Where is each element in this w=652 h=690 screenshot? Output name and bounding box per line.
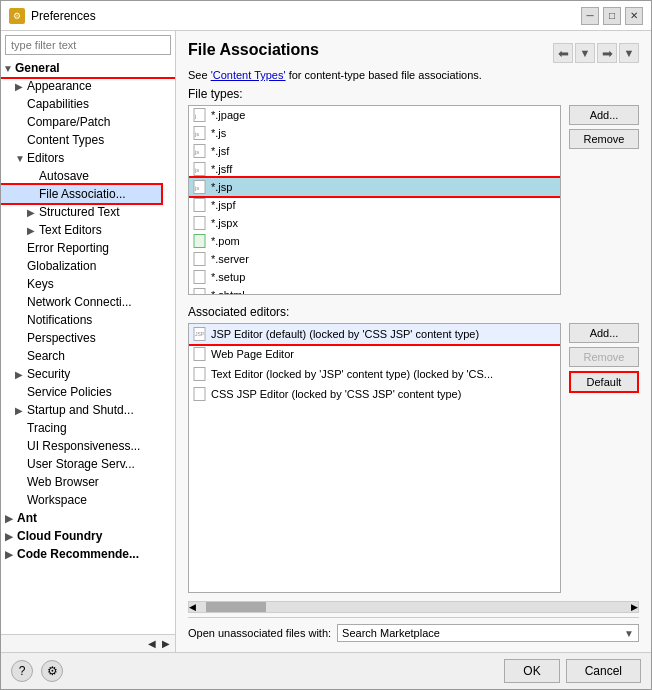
cancel-button[interactable]: Cancel [566,659,641,683]
tree-nav-left[interactable]: ◀ [145,637,159,650]
tree-item-compare-patch[interactable]: Compare/Patch [1,113,175,131]
tree-item-security[interactable]: ▶ Security [1,365,175,383]
tree-item-user-storage[interactable]: User Storage Serv... [1,455,175,473]
expand-icon-tracing [15,423,27,434]
open-unassoc-combo[interactable]: Search Marketplace ▼ [337,624,639,642]
file-types-list[interactable]: j *.jpage js *.js js *.jsf js *.jsff [188,105,561,295]
tree-label-startup: Startup and Shutd... [27,403,134,417]
list-item-pom[interactable]: *.pom [189,232,560,250]
tree-item-ant[interactable]: ▶ Ant [1,509,175,527]
list-item-jpage[interactable]: j *.jpage [189,106,560,124]
tree-item-notifications[interactable]: Notifications [1,311,175,329]
svg-rect-19 [194,368,205,381]
combo-arrow-icon: ▼ [624,628,634,639]
tree-item-appearance[interactable]: ▶ Appearance [1,77,175,95]
svg-rect-18 [194,348,205,361]
tree-item-keys[interactable]: Keys [1,275,175,293]
list-item-jsp[interactable]: js *.jsp [189,178,560,196]
nav-dropdown-btn[interactable]: ▼ [575,43,595,63]
nav-dropdown2-btn[interactable]: ▼ [619,43,639,63]
help-button[interactable]: ? [11,660,33,682]
list-item-shtml[interactable]: *.shtml [189,286,560,295]
minimize-button[interactable]: ─ [581,7,599,25]
tree-item-network-connections[interactable]: Network Connecti... [1,293,175,311]
maximize-button[interactable]: □ [603,7,621,25]
file-types-add-btn[interactable]: Add... [569,105,639,125]
editors-btn-group: Add... Remove Default [569,323,639,593]
settings-button[interactable]: ⚙ [41,660,63,682]
tree-item-error-reporting[interactable]: Error Reporting [1,239,175,257]
editor-icon-jsp: JSP [193,327,207,341]
assoc-editors-row: JSP JSP Editor (default) (locked by 'CSS… [188,323,639,593]
tree-item-web-browser[interactable]: Web Browser [1,473,175,491]
intro-text: See 'Content Types' for content-type bas… [188,69,639,81]
tree-item-search[interactable]: Search [1,347,175,365]
tree-item-capabilities[interactable]: Capabilities [1,95,175,113]
svg-rect-11 [194,217,205,230]
content-types-link[interactable]: 'Content Types' [211,69,286,81]
editors-default-btn[interactable]: Default [569,371,639,393]
tree-label-globalization: Globalization [27,259,96,273]
expand-icon-keys [15,279,27,290]
expand-icon-capabilities [15,99,27,110]
list-item-js[interactable]: js *.js [189,124,560,142]
tree-item-general[interactable]: ▼ General [1,59,175,77]
expand-icon-service-policies [15,387,27,398]
tree-item-globalization[interactable]: Globalization [1,257,175,275]
nav-back-btn[interactable]: ⬅ [553,43,573,63]
tree-nav-right[interactable]: ▶ [159,637,173,650]
editor-item-jsp-editor[interactable]: JSP JSP Editor (default) (locked by 'CSS… [189,324,560,344]
filter-input[interactable] [5,35,171,55]
tree-item-perspectives[interactable]: Perspectives [1,329,175,347]
editor-item-css-jsp[interactable]: CSS JSP Editor (locked by 'CSS JSP' cont… [189,384,560,404]
scroll-right-btn[interactable]: ▶ [631,602,638,612]
list-item-jsff[interactable]: js *.jsff [189,160,560,178]
tree-label-autosave: Autosave [39,169,89,183]
tree-label-perspectives: Perspectives [27,331,96,345]
close-button[interactable]: ✕ [625,7,643,25]
expand-icon-cloud-foundry: ▶ [5,531,17,542]
editors-add-btn[interactable]: Add... [569,323,639,343]
editors-list[interactable]: JSP JSP Editor (default) (locked by 'CSS… [188,323,561,593]
svg-text:js: js [194,131,199,137]
window-icon: ⚙ [9,8,25,24]
file-icon-jsp: js [193,180,207,194]
expand-icon-editors: ▼ [15,153,27,164]
tree-item-ui-responsiveness[interactable]: UI Responsiveness... [1,437,175,455]
tree-label-general: General [15,61,60,75]
nav-forward-btn[interactable]: ➡ [597,43,617,63]
tree-item-structured-text[interactable]: ▶ Structured Text [1,203,175,221]
horiz-scrollbar[interactable]: ◀ ▶ [188,601,639,613]
left-panel: ▼ General ▶ Appearance Capabilities Comp… [1,31,176,652]
list-item-jspf[interactable]: *.jspf [189,196,560,214]
tree-item-cloud-foundry[interactable]: ▶ Cloud Foundry [1,527,175,545]
ok-button[interactable]: OK [504,659,559,683]
file-types-remove-btn[interactable]: Remove [569,129,639,149]
list-item-jspx[interactable]: *.jspx [189,214,560,232]
right-panel: File Associations ⬅ ▼ ➡ ▼ See 'Content T… [176,31,651,652]
content-area: ▼ General ▶ Appearance Capabilities Comp… [1,31,651,652]
tree-item-service-policies[interactable]: Service Policies [1,383,175,401]
tree-item-startup-shutdown[interactable]: ▶ Startup and Shutd... [1,401,175,419]
tree-item-content-types[interactable]: Content Types [1,131,175,149]
tree-item-code-recommender[interactable]: ▶ Code Recommende... [1,545,175,563]
scroll-left-btn[interactable]: ◀ [189,602,196,612]
tree-label-cloud-foundry: Cloud Foundry [17,529,102,543]
editor-item-text-editor[interactable]: Text Editor (locked by 'JSP' content typ… [189,364,560,384]
tree-item-autosave[interactable]: Autosave [1,167,175,185]
expand-icon-code-recommender: ▶ [5,549,17,560]
tree-item-editors[interactable]: ▼ Editors [1,149,175,167]
editor-item-web-page[interactable]: Web Page Editor [189,344,560,364]
editors-remove-btn[interactable]: Remove [569,347,639,367]
tree-item-file-associations[interactable]: File Associatio... [1,185,161,203]
tree-item-text-editors[interactable]: ▶ Text Editors [1,221,175,239]
expand-icon-ant: ▶ [5,513,17,524]
list-item-jsf[interactable]: js *.jsf [189,142,560,160]
file-icon-jspf [193,198,207,212]
tree-item-workspace[interactable]: Workspace [1,491,175,509]
list-item-setup[interactable]: *.setup [189,268,560,286]
bottom-bar: ? ⚙ OK Cancel [1,652,651,689]
tree-label-web-browser: Web Browser [27,475,99,489]
list-item-server[interactable]: *.server [189,250,560,268]
tree-item-tracing[interactable]: Tracing [1,419,175,437]
